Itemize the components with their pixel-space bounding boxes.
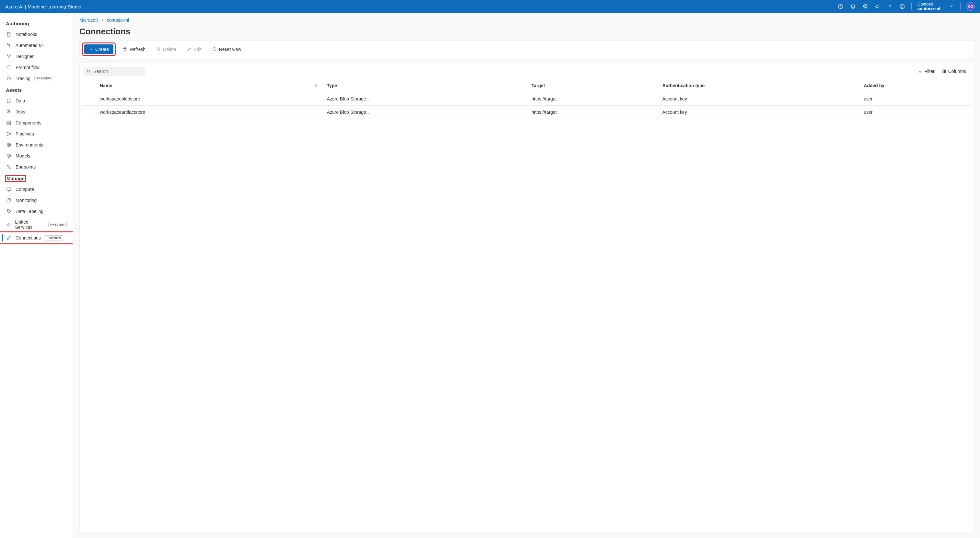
- svg-rect-31: [943, 70, 944, 73]
- preview-badge: PREVIEW: [48, 222, 67, 227]
- chevron-down-icon[interactable]: [949, 4, 955, 9]
- sidebar-item-monitoring[interactable]: Monitoring: [0, 195, 73, 206]
- sidebar-item-environments[interactable]: Environments: [0, 139, 73, 150]
- avatar[interactable]: OO: [966, 2, 975, 11]
- workspace-switcher[interactable]: Contoso contoso-ml: [918, 2, 943, 11]
- svg-rect-6: [8, 32, 10, 36]
- search-box[interactable]: [84, 67, 145, 76]
- preview-badge: PREVIEW: [34, 76, 53, 81]
- cell-target: https://target: [528, 92, 659, 106]
- svg-point-17: [7, 99, 10, 100]
- sidebar-item-label: Monitoring: [16, 198, 37, 203]
- search-input[interactable]: [93, 69, 142, 74]
- svg-point-5: [903, 6, 903, 6]
- data-icon: [6, 98, 12, 104]
- page-title: Connections: [80, 27, 975, 37]
- sidebar-section-authoring: Authoring: [0, 18, 73, 29]
- sidebar-item-components[interactable]: Components: [0, 117, 73, 128]
- breadcrumb-link[interactable]: Microsoft: [80, 18, 98, 23]
- header-icons: Contoso contoso-ml OO: [837, 2, 975, 11]
- filter-button[interactable]: Filter: [914, 67, 938, 76]
- sidebar-item-jobs[interactable]: Jobs: [0, 106, 73, 117]
- row-checkbox-cell[interactable]: [82, 106, 97, 119]
- sidebar-item-tracing[interactable]: Tracing PREVIEW: [0, 73, 73, 84]
- sidebar-item-label: Endpoints: [16, 164, 36, 169]
- create-highlight: Create: [83, 43, 115, 55]
- svg-point-12: [7, 55, 8, 56]
- designer-icon: [6, 54, 12, 59]
- cell-type: Azure Blob Storage...: [323, 106, 528, 119]
- sidebar-item-label: Prompt flow: [16, 65, 40, 70]
- sidebar-item-label: Designer: [16, 54, 34, 59]
- svg-rect-19: [9, 121, 11, 123]
- column-name[interactable]: Name: [97, 79, 310, 92]
- svg-point-23: [7, 135, 8, 136]
- svg-point-22: [7, 132, 8, 133]
- help-icon[interactable]: [887, 3, 893, 10]
- sidebar-item-label: Environments: [16, 142, 43, 148]
- compute-icon: [6, 186, 12, 192]
- refresh-button[interactable]: Refresh: [120, 45, 148, 54]
- table-row[interactable]: workspaceblobstore Azure Blob Storage...…: [82, 92, 972, 106]
- connections-card: Filter Columns Name Type Ta: [80, 62, 975, 533]
- cell-addedby: user: [861, 92, 972, 106]
- workspace-name: contoso-ml: [918, 6, 943, 11]
- column-type[interactable]: Type: [323, 79, 528, 92]
- breadcrumb-link[interactable]: contoso-ml: [107, 18, 129, 23]
- svg-point-16: [7, 77, 11, 80]
- connections-table: Name Type Target Authentication type Add…: [82, 79, 972, 119]
- sidebar-item-models[interactable]: Models: [0, 150, 73, 161]
- sidebar-item-linked[interactable]: Linked Services PREVIEW: [0, 217, 73, 232]
- sidebar-item-notebooks[interactable]: Notebooks: [0, 29, 73, 40]
- sidebar-item-data[interactable]: Data: [0, 95, 73, 106]
- sidebar-item-label: Connections: [16, 235, 41, 240]
- sidebar: Authoring Notebooks Automated ML Designe…: [0, 13, 73, 538]
- create-button[interactable]: Create: [84, 45, 113, 54]
- column-target[interactable]: Target: [528, 79, 659, 92]
- column-addedby[interactable]: Added by: [861, 79, 972, 92]
- sidebar-item-label: Automated ML: [16, 43, 45, 48]
- svg-rect-32: [944, 70, 945, 73]
- sidebar-item-automl[interactable]: Automated ML: [0, 40, 73, 51]
- cell-auth: Account key: [659, 92, 861, 106]
- main-content: Microsoft contoso-ml Connections Create …: [73, 13, 980, 538]
- row-checkbox-cell[interactable]: [82, 92, 97, 106]
- column-auth[interactable]: Authentication type: [659, 79, 861, 92]
- toolbar: Create Refresh Delete Edit Reset view: [80, 40, 975, 58]
- recent-icon[interactable]: [837, 3, 844, 10]
- bell-icon[interactable]: [850, 3, 856, 10]
- smile-icon[interactable]: [899, 3, 905, 10]
- svg-point-28: [8, 210, 8, 211]
- svg-point-4: [901, 6, 902, 6]
- cell-favorite[interactable]: [310, 92, 323, 106]
- reset-view-button[interactable]: Reset view: [209, 45, 244, 54]
- columns-button[interactable]: Columns: [938, 67, 969, 76]
- cell-favorite[interactable]: [310, 106, 323, 119]
- sidebar-item-connections[interactable]: Connections PREVIEW: [0, 232, 73, 244]
- sidebar-item-promptflow[interactable]: Prompt flow: [0, 62, 73, 73]
- svg-point-13: [10, 55, 11, 56]
- gear-icon[interactable]: [862, 3, 869, 10]
- chevron-right-icon: [100, 18, 104, 22]
- models-icon: [6, 153, 12, 159]
- sidebar-item-labeling[interactable]: Data Labeling: [0, 206, 73, 217]
- sidebar-item-endpoints[interactable]: Endpoints: [0, 161, 73, 172]
- svg-rect-21: [9, 123, 11, 125]
- svg-point-3: [900, 4, 905, 9]
- sidebar-item-pipelines[interactable]: Pipelines: [0, 128, 73, 139]
- reset-view-button-label: Reset view: [219, 47, 241, 52]
- sidebar-item-designer[interactable]: Designer: [0, 51, 73, 62]
- svg-point-14: [8, 57, 10, 58]
- refresh-button-label: Refresh: [130, 47, 145, 52]
- sidebar-item-compute[interactable]: Compute: [0, 184, 73, 195]
- column-favorite[interactable]: [310, 79, 323, 92]
- sidebar-item-label: Compute: [16, 187, 34, 192]
- svg-rect-18: [7, 121, 8, 123]
- filter-button-label: Filter: [924, 69, 935, 74]
- labeling-icon: [6, 209, 12, 214]
- star-icon: [314, 83, 318, 88]
- svg-point-2: [889, 8, 890, 8]
- sidebar-item-label: Models: [16, 153, 30, 159]
- megaphone-icon[interactable]: [874, 3, 881, 10]
- table-row[interactable]: workspaceartifactstore Azure Blob Storag…: [82, 106, 972, 119]
